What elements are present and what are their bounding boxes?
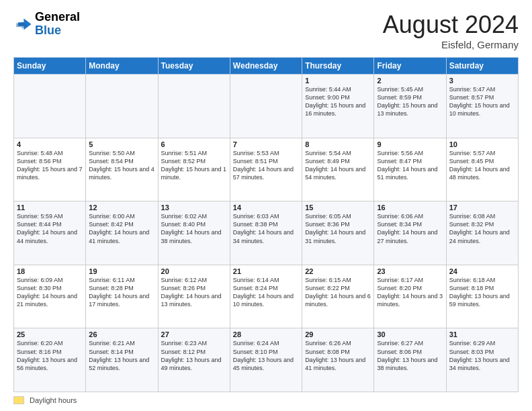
day-number: 20 — [161, 267, 227, 275]
day-number: 17 — [449, 203, 515, 212]
day-info: Sunrise: 6:08 AM Sunset: 8:32 PM Dayligh… — [449, 212, 515, 245]
day-info: Sunrise: 5:45 AM Sunset: 8:59 PM Dayligh… — [377, 85, 443, 118]
day-number: 24 — [449, 267, 515, 275]
table-row: 1Sunrise: 5:44 AM Sunset: 9:00 PM Daylig… — [302, 75, 374, 138]
day-info: Sunrise: 6:12 AM Sunset: 8:26 PM Dayligh… — [161, 276, 227, 309]
day-number: 12 — [89, 203, 154, 212]
day-number: 30 — [377, 330, 443, 338]
table-row: 3Sunrise: 5:47 AM Sunset: 8:57 PM Daylig… — [446, 75, 518, 138]
logo-text: General Blue — [35, 11, 80, 38]
day-number: 27 — [161, 330, 227, 338]
table-row: 8Sunrise: 5:54 AM Sunset: 8:49 PM Daylig… — [302, 138, 374, 201]
day-number: 28 — [233, 330, 299, 338]
calendar-header-row: Sunday Monday Tuesday Wednesday Thursday… — [14, 58, 519, 75]
table-row: 9Sunrise: 5:56 AM Sunset: 8:47 PM Daylig… — [374, 138, 446, 201]
day-info: Sunrise: 6:06 AM Sunset: 8:34 PM Dayligh… — [377, 212, 443, 245]
col-thursday: Thursday — [302, 58, 374, 75]
day-info: Sunrise: 6:24 AM Sunset: 8:10 PM Dayligh… — [233, 339, 299, 372]
day-number: 29 — [305, 330, 371, 338]
table-row: 17Sunrise: 6:08 AM Sunset: 8:32 PM Dayli… — [446, 201, 518, 265]
day-number: 31 — [449, 330, 515, 338]
calendar-table: Sunday Monday Tuesday Wednesday Thursday… — [13, 57, 519, 392]
col-friday: Friday — [374, 58, 446, 75]
day-info: Sunrise: 6:14 AM Sunset: 8:24 PM Dayligh… — [233, 276, 299, 309]
day-info: Sunrise: 6:09 AM Sunset: 8:30 PM Dayligh… — [17, 276, 83, 309]
footer: Daylight hours — [13, 396, 519, 404]
table-row: 27Sunrise: 6:23 AM Sunset: 8:12 PM Dayli… — [158, 328, 230, 392]
day-number: 25 — [17, 330, 83, 338]
day-number: 4 — [17, 140, 83, 148]
calendar-week-row: 18Sunrise: 6:09 AM Sunset: 8:30 PM Dayli… — [14, 265, 519, 328]
table-row: 29Sunrise: 6:26 AM Sunset: 8:08 PM Dayli… — [302, 328, 374, 392]
title-block: August 2024 Eisfeld, Germany — [383, 11, 519, 50]
day-info: Sunrise: 6:11 AM Sunset: 8:28 PM Dayligh… — [89, 276, 154, 309]
day-info: Sunrise: 6:29 AM Sunset: 8:03 PM Dayligh… — [449, 339, 515, 372]
table-row — [86, 75, 158, 138]
day-number: 6 — [161, 140, 227, 148]
day-number: 13 — [161, 203, 227, 212]
calendar-week-row: 25Sunrise: 6:20 AM Sunset: 8:16 PM Dayli… — [14, 328, 519, 392]
day-number: 26 — [89, 330, 154, 338]
table-row: 23Sunrise: 6:17 AM Sunset: 8:20 PM Dayli… — [374, 265, 446, 328]
table-row — [230, 75, 302, 138]
table-row: 2Sunrise: 5:45 AM Sunset: 8:59 PM Daylig… — [374, 75, 446, 138]
daylight-label: Daylight hours — [30, 396, 77, 404]
logo-general: General — [35, 11, 80, 24]
col-tuesday: Tuesday — [158, 58, 230, 75]
day-info: Sunrise: 6:27 AM Sunset: 8:06 PM Dayligh… — [377, 339, 443, 372]
day-number: 23 — [377, 267, 443, 275]
day-info: Sunrise: 6:21 AM Sunset: 8:14 PM Dayligh… — [89, 339, 154, 372]
table-row: 12Sunrise: 6:00 AM Sunset: 8:42 PM Dayli… — [86, 201, 158, 265]
col-saturday: Saturday — [446, 58, 518, 75]
table-row — [158, 75, 230, 138]
table-row: 14Sunrise: 6:03 AM Sunset: 8:38 PM Dayli… — [230, 201, 302, 265]
table-row: 28Sunrise: 6:24 AM Sunset: 8:10 PM Dayli… — [230, 328, 302, 392]
day-info: Sunrise: 5:48 AM Sunset: 8:56 PM Dayligh… — [17, 149, 83, 182]
table-row: 31Sunrise: 6:29 AM Sunset: 8:03 PM Dayli… — [446, 328, 518, 392]
day-number: 1 — [305, 77, 371, 85]
table-row: 26Sunrise: 6:21 AM Sunset: 8:14 PM Dayli… — [86, 328, 158, 392]
day-number: 2 — [377, 77, 443, 85]
table-row: 21Sunrise: 6:14 AM Sunset: 8:24 PM Dayli… — [230, 265, 302, 328]
page: General Blue August 2024 Eisfeld, German… — [0, 0, 532, 411]
day-number: 9 — [377, 140, 443, 148]
table-row: 18Sunrise: 6:09 AM Sunset: 8:30 PM Dayli… — [14, 265, 86, 328]
logo: General Blue — [13, 11, 80, 38]
day-info: Sunrise: 6:26 AM Sunset: 8:08 PM Dayligh… — [305, 339, 371, 372]
table-row: 6Sunrise: 5:51 AM Sunset: 8:52 PM Daylig… — [158, 138, 230, 201]
day-number: 22 — [305, 267, 371, 275]
day-number: 5 — [89, 140, 154, 148]
location: Eisfeld, Germany — [383, 39, 519, 50]
table-row: 30Sunrise: 6:27 AM Sunset: 8:06 PM Dayli… — [374, 328, 446, 392]
day-info: Sunrise: 5:47 AM Sunset: 8:57 PM Dayligh… — [449, 85, 515, 118]
day-number: 10 — [449, 140, 515, 148]
day-info: Sunrise: 6:18 AM Sunset: 8:18 PM Dayligh… — [449, 276, 515, 309]
col-monday: Monday — [86, 58, 158, 75]
day-info: Sunrise: 5:51 AM Sunset: 8:52 PM Dayligh… — [161, 149, 227, 182]
table-row: 22Sunrise: 6:15 AM Sunset: 8:22 PM Dayli… — [302, 265, 374, 328]
table-row: 15Sunrise: 6:05 AM Sunset: 8:36 PM Dayli… — [302, 201, 374, 265]
col-sunday: Sunday — [14, 58, 86, 75]
day-info: Sunrise: 6:20 AM Sunset: 8:16 PM Dayligh… — [17, 339, 83, 372]
day-info: Sunrise: 5:54 AM Sunset: 8:49 PM Dayligh… — [305, 149, 371, 182]
month-title: August 2024 — [383, 11, 519, 39]
day-info: Sunrise: 5:44 AM Sunset: 9:00 PM Dayligh… — [305, 85, 371, 118]
table-row: 11Sunrise: 5:59 AM Sunset: 8:44 PM Dayli… — [14, 201, 86, 265]
table-row: 20Sunrise: 6:12 AM Sunset: 8:26 PM Dayli… — [158, 265, 230, 328]
day-info: Sunrise: 5:56 AM Sunset: 8:47 PM Dayligh… — [377, 149, 443, 182]
day-info: Sunrise: 6:23 AM Sunset: 8:12 PM Dayligh… — [161, 339, 227, 372]
day-number: 7 — [233, 140, 299, 148]
table-row: 10Sunrise: 5:57 AM Sunset: 8:45 PM Dayli… — [446, 138, 518, 201]
day-number: 19 — [89, 267, 154, 275]
table-row: 13Sunrise: 6:02 AM Sunset: 8:40 PM Dayli… — [158, 201, 230, 265]
day-info: Sunrise: 6:03 AM Sunset: 8:38 PM Dayligh… — [233, 212, 299, 245]
col-wednesday: Wednesday — [230, 58, 302, 75]
day-number: 15 — [305, 203, 371, 212]
day-number: 8 — [305, 140, 371, 148]
day-info: Sunrise: 5:50 AM Sunset: 8:54 PM Dayligh… — [89, 149, 154, 182]
table-row: 19Sunrise: 6:11 AM Sunset: 8:28 PM Dayli… — [86, 265, 158, 328]
day-number: 18 — [17, 267, 83, 275]
daylight-icon — [13, 396, 24, 404]
table-row — [14, 75, 86, 138]
day-number: 16 — [377, 203, 443, 212]
